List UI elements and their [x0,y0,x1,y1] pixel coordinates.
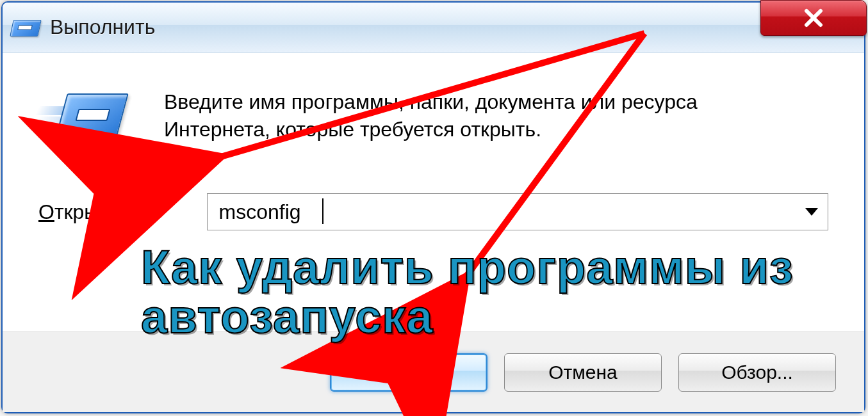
ok-button[interactable]: ОК [330,353,487,392]
open-label-mnemonic: О [38,200,54,223]
open-label: Открыть: [38,200,125,224]
text-cursor [322,198,323,224]
window-title: Выполнить [50,15,155,39]
cancel-button[interactable]: Отмена [504,353,662,392]
button-panel: ОК Отмена Обзор... [3,332,864,412]
run-icon [12,16,38,39]
dialog-body: Введите имя программы, папки, документа … [3,52,864,412]
info-text: Введите имя программы, папки, документа … [164,88,779,143]
info-row: Введите имя программы, папки, документа … [38,88,828,146]
title-bar: Выполнить [3,3,864,52]
browse-button[interactable]: Обзор... [678,353,836,392]
close-icon [801,5,826,31]
open-row: Открыть: [38,193,828,230]
open-label-rest: ткрыть: [54,200,125,223]
run-icon-large [38,91,122,146]
chevron-down-icon[interactable] [805,208,818,216]
open-input[interactable] [207,193,828,230]
run-dialog-window: Выполнить Введите имя программы, папки, … [1,1,865,413]
close-button[interactable] [760,0,867,36]
open-combobox[interactable] [207,193,828,230]
